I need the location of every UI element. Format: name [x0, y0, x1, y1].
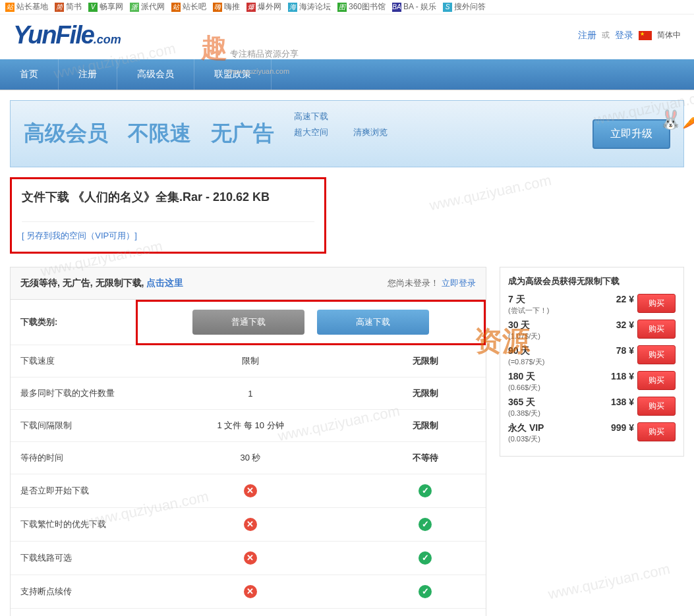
cell-value: 1: [136, 378, 365, 410]
logo[interactable]: YunFile.com: [13, 21, 121, 49]
plan-price: 999 ¥: [601, 422, 634, 433]
bookmark-bar: 站站长基地 简简书 V畅享网 派派代网 站站长吧 嗨嗨推 爆爆外网 海海涛论坛 …: [0, 0, 694, 14]
main-nav: 首页 注册 高级会员 联盟政策: [0, 59, 694, 90]
plan-name: 30 天: [508, 320, 598, 331]
bookmark-item[interactable]: 站站长基地: [5, 1, 48, 13]
plan-name: 365 天: [508, 397, 598, 408]
bookmark-item[interactable]: 图360图书馆: [337, 1, 386, 13]
cross-icon: ✕: [244, 518, 257, 531]
header-actions: 注册 或 登录 简体中: [578, 30, 681, 42]
bookmark-item[interactable]: S搜外问答: [443, 1, 486, 13]
buy-button[interactable]: 购买: [637, 294, 676, 313]
banner-tags: 高速下载 超大空间 清爽浏览: [294, 111, 399, 157]
buy-button[interactable]: 购买: [637, 422, 676, 441]
favicon-icon: V: [88, 3, 98, 12]
banner-tag: 清爽浏览: [353, 126, 399, 141]
sidebar-title: 成为高级会员获得无限制下载: [508, 275, 676, 287]
favicon-icon: 站: [5, 3, 14, 12]
plan-price: 138 ¥: [601, 397, 634, 407]
plan-price: 22 ¥: [601, 294, 634, 304]
rabbit-carrot-icon: 🐰🥕: [659, 109, 694, 130]
file-title: 文件下载 《人们的名义》全集.Rar - 210.62 KB: [22, 189, 314, 205]
favicon-icon: 海: [288, 3, 297, 12]
login-now-link[interactable]: 立即登录: [442, 278, 476, 288]
upgrade-banner: 高级会员 不限速 无广告 高速下载 超大空间 清爽浏览 立即升级 🐰🥕: [10, 100, 684, 167]
row-label: 是否立即开始下载: [11, 474, 136, 508]
watermark-qu-logo: 趣 专注精品资源分享 www.quziyuan.com: [201, 30, 299, 76]
banner-tag: 超大空间: [294, 126, 340, 141]
bookmark-item[interactable]: BABA - 娱乐: [392, 1, 436, 13]
bookmark-item[interactable]: 海海涛论坛: [288, 1, 331, 13]
cell-value: 1 文件 每 10 分钟: [136, 410, 365, 442]
plan-price: 32 ¥: [601, 320, 634, 330]
fast-download-button[interactable]: 高速下载: [317, 310, 429, 335]
normal-download-button[interactable]: 普通下载: [192, 310, 304, 335]
banner-tag: 高速下载: [294, 111, 340, 125]
flag-icon[interactable]: [639, 31, 652, 40]
plan-sub: (0.38$/天): [508, 408, 598, 418]
category-label: 下载类别:: [11, 300, 136, 345]
register-link[interactable]: 注册: [578, 30, 596, 42]
check-icon: ✓: [419, 585, 432, 598]
or-text: 或: [602, 30, 610, 41]
language-label[interactable]: 简体中: [657, 30, 681, 41]
row-label: 支持下载工具: [11, 609, 136, 617]
plan-name: 7 天: [508, 294, 598, 306]
bookmark-item[interactable]: V畅享网: [88, 1, 123, 13]
login-link[interactable]: 登录: [615, 30, 633, 42]
buy-button[interactable]: 购买: [637, 397, 676, 416]
cell-value: 无限制: [365, 345, 486, 378]
site-header: YunFile.com 注册 或 登录 简体中: [0, 14, 694, 59]
plan-sub: (0.66$/天): [508, 383, 598, 393]
row-label: 下载繁忙时的优先下载: [11, 508, 136, 542]
pricing-sidebar: 成为高级会员获得无限制下载 7 天(尝试一下！)22 ¥购买 30 天(1.07…: [500, 267, 684, 457]
nav-home[interactable]: 首页: [0, 59, 59, 90]
bookmark-item[interactable]: 简简书: [55, 1, 82, 13]
plan-price: 78 ¥: [601, 345, 634, 356]
plan-row: 90 天(=0.87$/天)78 ¥购买: [508, 345, 676, 367]
banner-text-noads: 无广告: [211, 119, 274, 148]
bookmark-item[interactable]: 站站长吧: [171, 1, 206, 13]
row-label: 最多同时下载的文件数量: [11, 378, 136, 410]
row-label: 下载间隔限制: [11, 410, 136, 442]
cell-value: 无限制: [365, 378, 486, 410]
nav-register[interactable]: 注册: [59, 59, 117, 90]
buy-button[interactable]: 购买: [637, 320, 676, 339]
plan-sub: (=0.87$/天): [508, 357, 598, 367]
bookmark-item[interactable]: 爆爆外网: [246, 1, 281, 13]
cell-value: 限制: [136, 345, 365, 378]
favicon-icon: 爆: [246, 3, 256, 12]
plan-sub: (尝试一下！): [508, 306, 598, 316]
cell-value: 无限制: [365, 410, 486, 442]
check-icon: ✓: [419, 518, 432, 531]
plan-row: 30 天(1.07$/天)32 ¥购买: [508, 320, 676, 341]
favicon-icon: BA: [392, 3, 401, 12]
plan-name: 180 天: [508, 371, 598, 383]
favicon-icon: S: [443, 3, 452, 12]
banner-text-premium: 高级会员: [24, 119, 108, 148]
click-here-link[interactable]: 点击这里: [146, 277, 183, 288]
buy-button[interactable]: 购买: [637, 345, 676, 364]
login-status: 您尚未登录！ 立即登录: [388, 277, 476, 289]
plan-row: 7 天(尝试一下！)22 ¥购买: [508, 294, 676, 316]
save-to-space-link[interactable]: [ 另存到我的空间（VIP可用）]: [22, 221, 314, 242]
download-options-panel: 无须等待, 无广告, 无限制下载, 点击这里 您尚未登录！ 立即登录 下载类别:…: [10, 267, 486, 616]
favicon-icon: 派: [130, 3, 139, 12]
buy-button[interactable]: 购买: [637, 371, 676, 390]
row-label: 下载线路可选: [11, 542, 136, 575]
check-icon: ✓: [419, 484, 432, 497]
cross-icon: ✕: [244, 484, 257, 497]
nav-premium[interactable]: 高级会员: [117, 59, 194, 90]
bookmark-item[interactable]: 嗨嗨推: [213, 1, 240, 13]
plan-name: 90 天: [508, 345, 598, 357]
download-comparison-table: 下载类别: 普通下载 高速下载 下载速度限制无限制 最多同时下载的文件数量1无限…: [11, 300, 486, 616]
plan-name: 永久 VIP: [508, 422, 598, 434]
cell-value: 30 秒: [136, 442, 365, 474]
check-icon: ✓: [419, 551, 432, 565]
row-label: 支持断点续传: [11, 575, 136, 609]
plan-row: 永久 VIP(0.03$/天)999 ¥购买: [508, 422, 676, 444]
bookmark-item[interactable]: 派派代网: [130, 1, 165, 13]
favicon-icon: 简: [55, 3, 64, 12]
plan-price: 118 ¥: [601, 371, 634, 381]
upgrade-button[interactable]: 立即升级 🐰🥕: [593, 119, 670, 149]
